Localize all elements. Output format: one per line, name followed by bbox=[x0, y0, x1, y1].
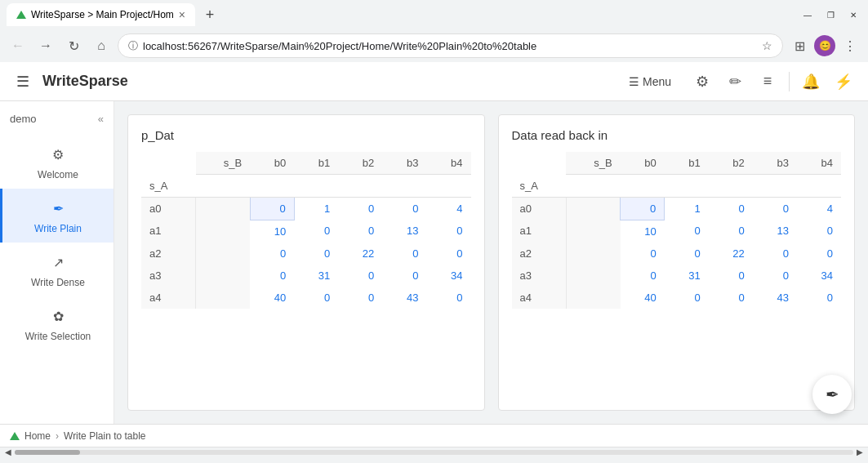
write-plain-icon: ✒ bbox=[47, 197, 69, 220]
table-row: a44000430 bbox=[141, 287, 471, 309]
data-cell: 22 bbox=[709, 243, 753, 265]
data-cell: 0 bbox=[338, 197, 382, 220]
browser-chrome: WriteSparse > Main Project/Hom × + — ❐ ✕… bbox=[0, 0, 868, 62]
table-row: a001004 bbox=[512, 197, 842, 220]
app-title: WriteSparse bbox=[42, 73, 612, 90]
close-button[interactable]: ✕ bbox=[845, 7, 861, 23]
forward-button[interactable]: → bbox=[34, 34, 57, 57]
data-cell: 13 bbox=[753, 220, 797, 243]
bottom-bar: Home › Write Plain to table bbox=[0, 424, 868, 447]
data-cell: 31 bbox=[665, 265, 709, 287]
sidebar-item-write-selection[interactable]: ✿ Write Selection bbox=[0, 296, 114, 350]
table-row: a30310034 bbox=[141, 265, 471, 287]
sidebar-item-welcome-label: Welcome bbox=[38, 169, 78, 180]
scroll-right-arrow[interactable]: ▶ bbox=[853, 447, 866, 456]
hamburger-button[interactable]: ☰ bbox=[10, 69, 36, 95]
table-row: a30310034 bbox=[512, 265, 842, 287]
favicon-small bbox=[10, 432, 20, 440]
scroll-bar[interactable]: ◀ ▶ bbox=[0, 447, 868, 456]
address-bar: ← → ↻ ⌂ ⓘ localhost:56267/WriteSparse/Ma… bbox=[0, 29, 868, 62]
window-controls: — ❐ ✕ bbox=[799, 7, 861, 23]
data-cell: 0 bbox=[621, 197, 665, 220]
right-b0-header: b0 bbox=[621, 152, 665, 175]
write-dense-icon: ↗ bbox=[47, 251, 69, 274]
bell-icon[interactable]: 🔔 bbox=[796, 67, 826, 96]
data-cell: 43 bbox=[382, 287, 426, 309]
sb-cell bbox=[196, 220, 251, 243]
row-label: a0 bbox=[141, 197, 196, 220]
fab-button[interactable]: ✒ bbox=[812, 375, 852, 414]
data-cell: 0 bbox=[250, 197, 294, 220]
data-cell: 4 bbox=[426, 197, 470, 220]
sidebar-header: demo « bbox=[0, 108, 114, 135]
edit-icon[interactable]: ✏ bbox=[720, 67, 750, 96]
sidebar-item-write-dense[interactable]: ↗ Write Dense bbox=[0, 243, 114, 296]
tab-favicon bbox=[16, 11, 26, 19]
tab-close-icon[interactable]: × bbox=[179, 8, 185, 21]
data-cell: 4 bbox=[797, 197, 841, 220]
restore-button[interactable]: ❐ bbox=[822, 7, 839, 23]
menu-button[interactable]: ☰ Menu bbox=[619, 70, 681, 93]
write-selection-icon: ✿ bbox=[47, 305, 69, 327]
new-tab-button[interactable]: + bbox=[198, 3, 221, 26]
profile-avatar[interactable]: 😊 bbox=[814, 35, 835, 56]
browser-tab[interactable]: WriteSparse > Main Project/Hom × bbox=[7, 3, 195, 26]
data-cell: 0 bbox=[797, 243, 841, 265]
right-corner-header bbox=[512, 152, 567, 175]
right-b3-header: b3 bbox=[753, 152, 797, 175]
left-b3-header: b3 bbox=[382, 152, 426, 175]
row-label: a1 bbox=[512, 220, 567, 243]
extensions-button[interactable]: ⊞ bbox=[788, 34, 811, 57]
data-cell: 0 bbox=[382, 243, 426, 265]
scroll-track[interactable] bbox=[15, 450, 853, 455]
sb-cell bbox=[566, 220, 621, 243]
table-row: a11000130 bbox=[512, 220, 842, 243]
minimize-button[interactable]: — bbox=[799, 7, 816, 23]
scroll-left-arrow[interactable]: ◀ bbox=[2, 447, 15, 456]
data-cell: 40 bbox=[250, 287, 294, 309]
row-label: a4 bbox=[512, 287, 567, 309]
sb-cell bbox=[566, 265, 621, 287]
data-cell: 0 bbox=[294, 220, 338, 243]
data-cell: 0 bbox=[294, 243, 338, 265]
left-b4-header: b4 bbox=[426, 152, 470, 175]
filter-icon[interactable]: ⚡ bbox=[829, 67, 858, 96]
data-cell: 0 bbox=[709, 197, 753, 220]
star-icon[interactable]: ☆ bbox=[762, 39, 772, 52]
row-label: a1 bbox=[141, 220, 196, 243]
reload-button[interactable]: ↻ bbox=[62, 34, 85, 57]
right-b1-header: b1 bbox=[665, 152, 709, 175]
right-spacer bbox=[621, 175, 841, 198]
sidebar-item-write-dense-label: Write Dense bbox=[31, 277, 85, 288]
data-cell: 0 bbox=[338, 265, 382, 287]
breadcrumb-sep1: › bbox=[56, 430, 59, 442]
data-cell: 0 bbox=[753, 243, 797, 265]
sb-cell bbox=[566, 287, 621, 309]
table-row: a2002200 bbox=[512, 243, 842, 265]
left-panel-table: s_B b0 b1 b2 b3 b4 s_A a001004a11000130a… bbox=[141, 152, 471, 309]
back-button[interactable]: ← bbox=[7, 34, 29, 57]
home-button[interactable]: ⌂ bbox=[90, 34, 113, 57]
left-sb-header: s_B bbox=[196, 152, 251, 175]
sidebar-item-write-selection-label: Write Selection bbox=[25, 331, 91, 342]
sidebar-item-welcome[interactable]: ⚙ Welcome bbox=[0, 135, 114, 189]
tab-title: WriteSparse > Main Project/Hom bbox=[31, 9, 174, 20]
left-panel-title: p_Dat bbox=[141, 128, 471, 142]
scroll-thumb[interactable] bbox=[15, 450, 80, 455]
more-button[interactable]: ⋮ bbox=[839, 34, 861, 57]
data-cell: 34 bbox=[426, 265, 470, 287]
sidebar-item-write-plain[interactable]: ✒ Write Plain bbox=[0, 189, 114, 243]
list-icon[interactable]: ≡ bbox=[753, 67, 782, 96]
main-content: p_Dat s_B b0 b1 b2 b3 b4 s_A bbox=[114, 101, 868, 424]
data-cell: 0 bbox=[426, 220, 470, 243]
settings-icon[interactable]: ⚙ bbox=[688, 67, 717, 96]
url-box[interactable]: ⓘ localhost:56267/WriteSparse/Main%20Pro… bbox=[118, 33, 783, 58]
title-bar: WriteSparse > Main Project/Hom × + — ❐ ✕ bbox=[0, 0, 868, 29]
left-b2-header: b2 bbox=[338, 152, 382, 175]
right-b2-header: b2 bbox=[709, 152, 753, 175]
right-sb-header2 bbox=[566, 175, 621, 198]
data-cell: 34 bbox=[797, 265, 841, 287]
data-cell: 0 bbox=[621, 265, 665, 287]
sidebar-collapse-button[interactable]: « bbox=[98, 113, 104, 125]
app-body: demo « ⚙ Welcome ✒ Write Plain ↗ Write D… bbox=[0, 101, 868, 424]
